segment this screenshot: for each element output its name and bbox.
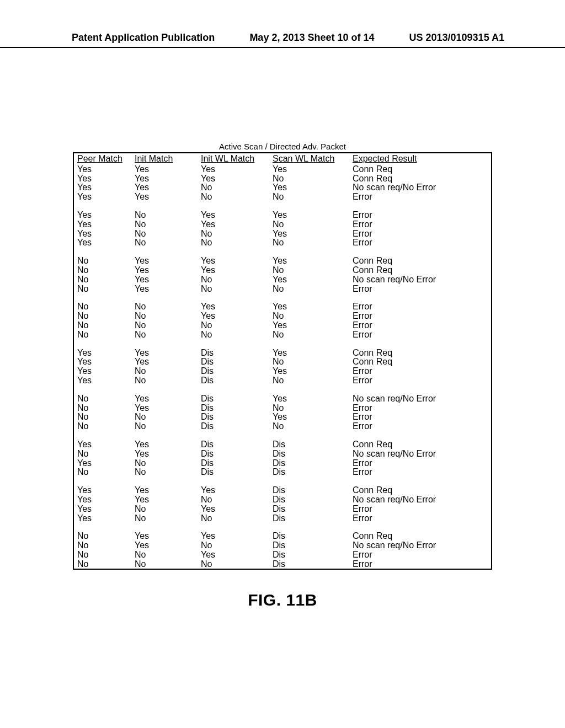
- table-cell: No: [198, 229, 269, 239]
- table-cell: Conn Req: [349, 357, 492, 367]
- table-cell: Error: [349, 302, 492, 312]
- table-cell: Yes: [269, 183, 349, 192]
- table-cell: Yes: [131, 394, 198, 404]
- table-cell: Dis: [198, 376, 269, 386]
- table-cell: Dis: [198, 459, 269, 468]
- table-cell: Dis: [198, 422, 269, 431]
- table-row: YesNoDisDisError: [73, 459, 492, 468]
- table-cell: Yes: [131, 183, 198, 192]
- table-row: YesYesNoNoError: [73, 192, 492, 202]
- table-cell: Yes: [73, 238, 131, 248]
- table-cell: No: [73, 541, 131, 550]
- table-row: YesYesNoDisNo scan req/No Error: [73, 495, 492, 505]
- table-cell: Error: [349, 238, 492, 248]
- table-cell: No: [131, 514, 198, 523]
- table-cell: Yes: [131, 486, 198, 495]
- table-cell: No: [131, 422, 198, 431]
- table-row: NoNoDisNoError: [73, 422, 492, 431]
- table-cell: Dis: [269, 440, 349, 449]
- table-cell: Yes: [131, 349, 198, 358]
- table-cell: Yes: [269, 256, 349, 266]
- table-cell: No: [198, 275, 269, 285]
- table-cell: No scan req/No Error: [349, 541, 492, 550]
- table-cell: No: [73, 330, 131, 340]
- table-cell: Yes: [131, 357, 198, 367]
- table-cell: Yes: [198, 174, 269, 184]
- table-cell: Yes: [73, 357, 131, 367]
- table-cell: No: [269, 357, 349, 367]
- table-cell: Error: [349, 468, 492, 477]
- gap-cell: [73, 523, 492, 532]
- table-cell: Dis: [269, 468, 349, 477]
- table-cell: Yes: [269, 367, 349, 376]
- table-cell: No: [73, 285, 131, 294]
- table-cell: No scan req/No Error: [349, 495, 492, 505]
- table-cell: Yes: [131, 192, 198, 202]
- table-cell: Conn Req: [349, 266, 492, 275]
- table-cell: Yes: [198, 550, 269, 560]
- table-row: YesYesYesNoConn Req: [73, 174, 492, 184]
- table-cell: Error: [349, 285, 492, 294]
- table-cell: Yes: [73, 514, 131, 523]
- table-row: NoYesDisNoError: [73, 404, 492, 413]
- table-cell: Error: [349, 413, 492, 422]
- table-cell: Conn Req: [349, 349, 492, 358]
- table-cell: No: [269, 192, 349, 202]
- table-cell: Yes: [73, 229, 131, 239]
- table-row: YesNoNoNoError: [73, 238, 492, 248]
- table-cell: No: [73, 321, 131, 330]
- table-cell: No: [198, 560, 269, 570]
- table-cell: Yes: [269, 275, 349, 285]
- table-cell: Conn Req: [349, 174, 492, 184]
- table-cell: Dis: [269, 550, 349, 560]
- group-gap: [73, 431, 492, 440]
- data-table: Peer Match Init Match Init WL Match Scan…: [73, 152, 492, 570]
- table-cell: No: [269, 330, 349, 340]
- table-cell: Dis: [269, 505, 349, 514]
- table-cell: Error: [349, 560, 492, 570]
- gap-cell: [73, 431, 492, 440]
- table-row: NoNoNoYesError: [73, 321, 492, 330]
- table-cell: No: [269, 376, 349, 386]
- table-cell: Error: [349, 330, 492, 340]
- table-cell: No scan req/No Error: [349, 183, 492, 192]
- table-row: YesYesDisDisConn Req: [73, 440, 492, 449]
- table-row: YesYesDisNoConn Req: [73, 357, 492, 367]
- table-cell: No: [131, 550, 198, 560]
- table-cell: No: [73, 560, 131, 570]
- table-cell: No: [73, 449, 131, 459]
- table-cell: No: [73, 550, 131, 560]
- table-cell: Yes: [73, 211, 131, 220]
- table-cell: Conn Req: [349, 440, 492, 449]
- table-cell: Error: [349, 404, 492, 413]
- table-cell: Dis: [198, 449, 269, 459]
- table-cell: No: [73, 266, 131, 275]
- table-cell: No: [73, 312, 131, 321]
- table-cell: No: [198, 514, 269, 523]
- table-row: NoYesNoNoError: [73, 285, 492, 294]
- table-cell: Yes: [131, 256, 198, 266]
- table-cell: Error: [349, 220, 492, 229]
- table-cell: Error: [349, 550, 492, 560]
- table-cell: Dis: [269, 532, 349, 541]
- table-cell: No: [198, 321, 269, 330]
- table-cell: Dis: [198, 357, 269, 367]
- table-cell: Yes: [73, 174, 131, 184]
- table-row: NoYesDisYesNo scan req/No Error: [73, 394, 492, 404]
- table-row: NoYesNoDisNo scan req/No Error: [73, 541, 492, 550]
- table-cell: Yes: [198, 165, 269, 174]
- gap-cell: [73, 293, 492, 302]
- table-cell: No: [73, 404, 131, 413]
- table-header-row: Peer Match Init Match Init WL Match Scan…: [73, 153, 492, 165]
- table-cell: Yes: [198, 266, 269, 275]
- table-cell: No: [73, 413, 131, 422]
- gap-cell: [73, 202, 492, 211]
- table-cell: Yes: [198, 302, 269, 312]
- col-header: Init WL Match: [198, 153, 269, 165]
- table-cell: Yes: [73, 192, 131, 202]
- table-row: NoNoDisYesError: [73, 413, 492, 422]
- table-cell: Yes: [131, 532, 198, 541]
- figure-label: FIG. 11B: [73, 591, 492, 609]
- table-cell: Error: [349, 312, 492, 321]
- table-cell: No: [131, 330, 198, 340]
